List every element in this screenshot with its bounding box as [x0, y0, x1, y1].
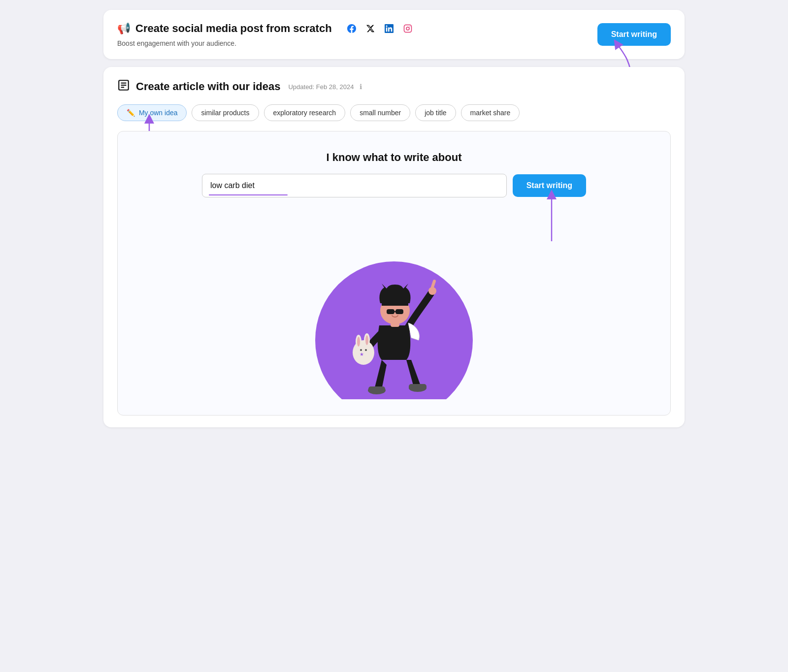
start-writing-btn-2-container: Start writing	[513, 174, 586, 197]
tag-similar-products[interactable]: similar products	[192, 104, 259, 121]
content-box: I know what to write about Start writing	[117, 131, 671, 416]
facebook-icon[interactable]	[345, 22, 359, 35]
start-writing-button-1[interactable]: Start writing	[597, 23, 671, 46]
input-underline-decoration	[209, 194, 288, 195]
svg-point-19	[365, 349, 367, 351]
start-writing-button-2[interactable]: Start writing	[513, 174, 586, 197]
topic-input-row: Start writing	[202, 174, 586, 197]
input-wrapper	[202, 174, 507, 197]
social-card-subtitle: Boost engagement with your audience.	[117, 39, 415, 47]
illustration-area: ★	[131, 212, 657, 399]
svg-rect-23	[387, 309, 394, 314]
article-ideas-card: Create article with our ideas Updated: F…	[103, 67, 685, 427]
svg-point-2	[409, 26, 410, 27]
tag-exploratory-research[interactable]: exploratory research	[264, 104, 346, 121]
social-icons-group	[345, 22, 415, 35]
hero-svg: ★	[296, 212, 492, 399]
megaphone-icon: 📢	[117, 22, 131, 35]
pencil-icon: ✏️	[127, 109, 135, 117]
social-media-card: 📢 Create social media post from scratch	[103, 10, 685, 59]
content-box-title: I know what to write about	[327, 151, 462, 164]
svg-rect-0	[404, 25, 411, 32]
my-own-idea-tag-wrapper: ✏️ My own idea	[117, 104, 187, 121]
topic-input[interactable]	[202, 174, 507, 197]
article-card-header: Create article with our ideas Updated: F…	[117, 79, 671, 95]
tag-my-own-idea[interactable]: ✏️ My own idea	[117, 104, 187, 121]
svg-point-1	[406, 27, 409, 30]
svg-rect-11	[409, 384, 427, 390]
svg-point-18	[360, 349, 362, 351]
tag-market-share[interactable]: market share	[461, 104, 520, 121]
tags-row: ✏️ My own idea similar products exp	[117, 104, 671, 121]
svg-point-17	[365, 335, 368, 345]
svg-rect-24	[395, 309, 403, 314]
article-card-title: Create article with our ideas	[136, 80, 280, 93]
linkedin-icon[interactable]	[382, 22, 396, 35]
instagram-icon[interactable]	[401, 22, 415, 35]
tag-job-title[interactable]: job title	[415, 104, 456, 121]
tag-small-number[interactable]: small number	[350, 104, 410, 121]
start-writing-btn-1-container: Start writing	[597, 23, 671, 46]
article-icon	[117, 79, 130, 95]
svg-point-16	[357, 337, 360, 347]
info-icon[interactable]: ℹ	[360, 83, 362, 91]
article-updated-date: Updated: Feb 28, 2024	[288, 83, 354, 91]
svg-rect-9	[368, 386, 385, 392]
twitter-icon[interactable]	[363, 22, 377, 35]
svg-text:★: ★	[360, 352, 364, 357]
social-card-title: Create social media post from scratch	[135, 22, 332, 35]
